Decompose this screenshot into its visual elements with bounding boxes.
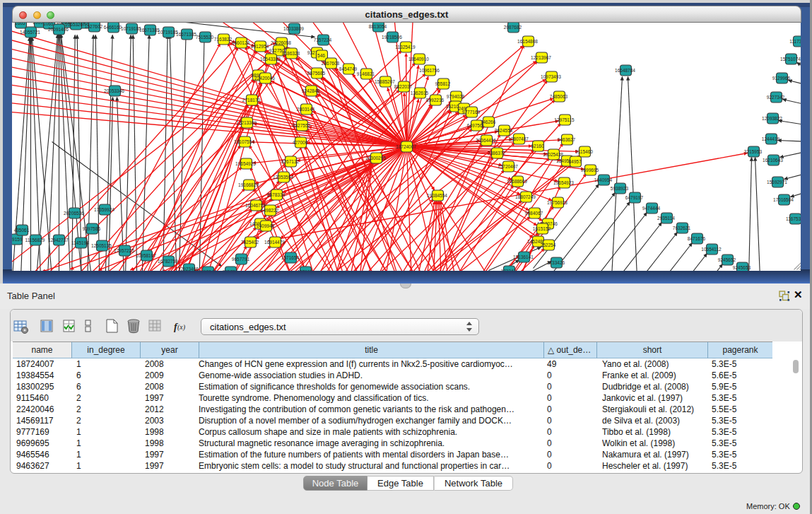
svg-text:8427552: 8427552 (293, 123, 311, 128)
svg-text:9084067: 9084067 (525, 211, 543, 216)
svg-text:16648784: 16648784 (615, 68, 635, 73)
svg-text:546: 546 (317, 53, 325, 58)
svg-text:9463627: 9463627 (558, 137, 576, 142)
svg-text:19218506: 19218506 (382, 35, 402, 40)
svg-text:18724007: 18724007 (396, 144, 416, 149)
svg-text:8454749: 8454749 (339, 66, 358, 71)
svg-text:6479197: 6479197 (625, 195, 644, 200)
svg-text:16210643: 16210643 (763, 158, 783, 163)
svg-text:10688609: 10688609 (507, 179, 527, 184)
svg-text:1145194: 1145194 (71, 240, 89, 245)
svg-text:17016504: 17016504 (773, 197, 794, 202)
svg-text:9115460: 9115460 (575, 149, 593, 154)
svg-text:9242848: 9242848 (302, 88, 320, 93)
svg-text:157165: 157165 (298, 269, 313, 271)
svg-text:2935114: 2935114 (657, 216, 675, 221)
svg-text:84957: 84957 (568, 159, 581, 164)
svg-text:16671385: 16671385 (139, 28, 160, 33)
svg-text:1605: 1605 (15, 23, 25, 25)
svg-text:12213369: 12213369 (236, 120, 257, 125)
svg-text:(x): (x) (177, 323, 186, 332)
svg-text:9777169: 9777169 (462, 110, 481, 115)
svg-text:9245652: 9245652 (718, 257, 736, 262)
svg-text:1362615: 1362615 (411, 90, 429, 95)
svg-text:1733426: 1733426 (547, 260, 565, 265)
svg-text:2867608: 2867608 (322, 61, 340, 66)
svg-text:1571654: 1571654 (281, 255, 300, 260)
svg-text:23226058: 23226058 (271, 40, 291, 45)
svg-text:9657791: 9657791 (232, 257, 250, 262)
svg-text:9245653: 9245653 (733, 265, 751, 270)
svg-text:15720407: 15720407 (498, 164, 518, 169)
svg-text:16154808: 16154808 (517, 39, 538, 44)
svg-text:20206536: 20206536 (64, 211, 84, 216)
svg-text:8992216: 8992216 (426, 98, 445, 103)
svg-text:1065: 1065 (43, 23, 54, 26)
svg-text:10654112: 10654112 (701, 247, 722, 252)
svg-text:18640910: 18640910 (408, 57, 429, 62)
svg-text:15885207: 15885207 (375, 79, 395, 84)
svg-text:16782759: 16782759 (158, 259, 178, 264)
svg-text:15751074: 15751074 (780, 57, 801, 62)
svg-text:1244419: 1244419 (762, 136, 780, 141)
svg-text:9397586: 9397586 (83, 226, 101, 231)
svg-text:7386372: 7386372 (488, 151, 506, 156)
svg-text:9794028: 9794028 (447, 94, 465, 99)
svg-text:12942737: 12942737 (48, 238, 69, 243)
svg-text:12975115: 12975115 (554, 117, 575, 122)
svg-text:9227342: 9227342 (767, 95, 785, 100)
svg-text:16107554: 16107554 (234, 139, 254, 144)
svg-text:10025438: 10025438 (543, 152, 563, 157)
svg-text:62160: 62160 (531, 144, 543, 148)
svg-text:7515520: 7515520 (196, 35, 214, 40)
svg-text:2718170: 2718170 (242, 98, 261, 103)
svg-text:1292347: 1292347 (199, 269, 217, 271)
svg-text:18300295: 18300295 (365, 156, 386, 160)
svg-text:8822037: 8822037 (394, 84, 413, 89)
svg-text:19654923: 19654923 (553, 180, 574, 185)
svg-text:955812: 955812 (435, 81, 451, 86)
svg-text:8186328: 8186328 (282, 51, 300, 56)
svg-text:8912954: 8912954 (251, 44, 269, 49)
svg-text:7625402: 7625402 (241, 240, 259, 245)
svg-text:1409948: 1409948 (257, 223, 275, 228)
svg-text:9129966: 9129966 (772, 76, 791, 81)
svg-text:1527602: 1527602 (85, 24, 103, 29)
svg-text:1615152: 1615152 (533, 226, 551, 231)
svg-text:10653267: 10653267 (65, 23, 86, 27)
svg-text:8813054: 8813054 (369, 24, 387, 29)
svg-text:12923468: 12923468 (178, 267, 199, 271)
svg-text:8660124: 8660124 (232, 40, 250, 45)
svg-text:20091406: 20091406 (48, 27, 69, 32)
svg-text:2087682: 2087682 (504, 25, 522, 30)
svg-text:435061: 435061 (14, 228, 30, 233)
svg-text:12505135: 12505135 (91, 243, 112, 248)
svg-text:17359924: 17359924 (94, 207, 114, 212)
svg-text:12093822: 12093822 (762, 116, 782, 121)
svg-text:10961756: 10961756 (419, 68, 440, 73)
svg-text:12353594: 12353594 (273, 175, 293, 180)
svg-text:10807487: 10807487 (508, 136, 529, 141)
svg-text:11156829: 11156829 (25, 238, 45, 243)
svg-text:16033809: 16033809 (283, 26, 304, 31)
svg-text:22420046: 22420046 (254, 76, 275, 81)
svg-text:9474444: 9474444 (642, 206, 661, 211)
svg-text:10958107: 10958107 (136, 253, 156, 258)
svg-text:12213967: 12213967 (531, 55, 551, 60)
svg-text:965779: 965779 (223, 269, 238, 271)
svg-text:7357224: 7357224 (314, 37, 332, 42)
svg-text:16046758: 16046758 (245, 203, 266, 208)
svg-text:15692971: 15692971 (767, 180, 787, 185)
svg-text:8471676: 8471676 (688, 236, 706, 241)
svg-text:1167533: 1167533 (786, 216, 801, 221)
svg-text:9146821: 9146821 (357, 71, 375, 76)
svg-text:19384554: 19384554 (427, 193, 447, 198)
svg-text:18807249: 18807249 (515, 194, 536, 199)
svg-text:10719185: 10719185 (121, 26, 141, 31)
svg-text:17957225: 17957225 (114, 248, 134, 253)
svg-text:19756928: 19756928 (547, 200, 567, 205)
svg-text:7163822: 7163822 (214, 37, 233, 42)
svg-text:1640954: 1640954 (594, 177, 613, 182)
svg-text:39159: 39159 (12, 237, 23, 242)
svg-text:10973493: 10973493 (541, 74, 561, 79)
